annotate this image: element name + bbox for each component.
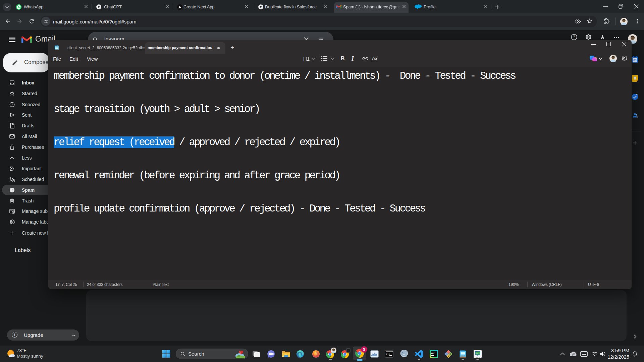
svg-text:Go!: Go! (476, 353, 478, 354)
svg-text:TaskPro: TaskPro (475, 357, 480, 358)
svg-text:C:\_: C:\_ (386, 353, 391, 355)
svg-text:PC: PC (431, 352, 435, 355)
svg-text:?: ? (573, 35, 575, 39)
svg-text:31: 31 (633, 58, 637, 62)
